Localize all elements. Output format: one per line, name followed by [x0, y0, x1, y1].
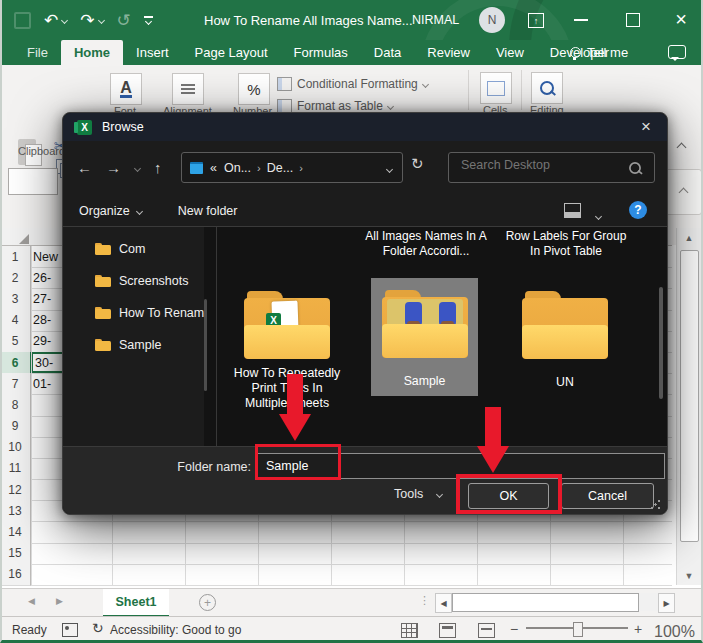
- row-header-16[interactable]: 16: [0, 564, 31, 586]
- refresh-icon[interactable]: ↻: [411, 155, 424, 173]
- vertical-scrollbar[interactable]: ▲ ▼: [676, 228, 701, 585]
- folder-label-scrolled[interactable]: Row Labels For Group In Pivot Table: [503, 229, 629, 258]
- sidebar-item-how-to-rename[interactable]: How To Rename: [63, 299, 204, 327]
- redo-icon[interactable]: ↷: [80, 12, 94, 29]
- row-header-12[interactable]: 12: [0, 479, 31, 501]
- row-header-11[interactable]: 11: [0, 458, 31, 480]
- scroll-down-icon[interactable]: ▼: [677, 566, 701, 585]
- search-input[interactable]: [459, 157, 623, 173]
- tell-me[interactable]: Tell me: [560, 40, 638, 65]
- tab-review[interactable]: Review: [414, 40, 483, 65]
- zoom-level[interactable]: 100%: [654, 623, 695, 641]
- sheet-nav-right-icon[interactable]: ▶: [56, 596, 63, 606]
- row-header-8[interactable]: 8: [0, 394, 31, 416]
- scrollbar-splitter[interactable]: ⋮: [419, 594, 430, 607]
- tab-file[interactable]: File: [14, 40, 61, 65]
- scroll-up-icon[interactable]: ▲: [677, 228, 701, 247]
- search-box[interactable]: [448, 152, 655, 183]
- avatar[interactable]: N: [479, 7, 505, 33]
- tools-button[interactable]: Tools: [394, 487, 442, 501]
- comments-icon[interactable]: [668, 45, 686, 59]
- percent-style-button[interactable]: %: [238, 73, 270, 105]
- redo-dropdown-icon[interactable]: [99, 16, 104, 25]
- resize-grip[interactable]: [651, 500, 660, 509]
- row-header-14[interactable]: 14: [0, 521, 31, 543]
- select-all-corner[interactable]: [19, 234, 29, 244]
- back-icon[interactable]: ←: [77, 159, 92, 176]
- forward-icon[interactable]: →: [106, 159, 121, 176]
- zoom-out-icon[interactable]: −: [510, 621, 518, 637]
- zoom-slider-thumb[interactable]: [573, 622, 583, 637]
- breadcrumb-guillemet[interactable]: «: [210, 161, 217, 175]
- page-break-view-icon[interactable]: [478, 623, 495, 638]
- address-dropdown-icon[interactable]: [387, 161, 392, 175]
- up-icon[interactable]: ↑: [154, 159, 162, 176]
- format-as-table-button[interactable]: Format as Table: [277, 99, 393, 113]
- organize-button[interactable]: Organize: [79, 204, 142, 218]
- breadcrumb-item[interactable]: De...: [267, 161, 293, 175]
- recent-locations-icon[interactable]: [135, 161, 140, 173]
- file-list-scrollbar[interactable]: [659, 287, 663, 399]
- horizontal-scrollbar-thumb[interactable]: [452, 593, 639, 612]
- sidebar-item-screenshots[interactable]: Screenshots: [63, 267, 204, 295]
- folder-tile-label[interactable]: Sample: [371, 374, 478, 389]
- cells-button[interactable]: [480, 72, 512, 104]
- dialog-close-icon[interactable]: ×: [633, 115, 659, 139]
- row-header-9[interactable]: 9: [0, 416, 31, 438]
- tab-page-layout[interactable]: Page Layout: [182, 40, 281, 65]
- address-bar[interactable]: « On... › De... ›: [181, 152, 403, 183]
- row-header-1[interactable]: 1: [0, 246, 31, 268]
- sidebar-scrollbar[interactable]: [204, 299, 207, 391]
- row-header-5[interactable]: 5: [0, 331, 31, 353]
- tab-formulas[interactable]: Formulas: [281, 40, 361, 65]
- editing-button[interactable]: [531, 72, 563, 104]
- cancel-button[interactable]: Cancel: [561, 483, 654, 509]
- folder-tile-label[interactable]: UN: [507, 375, 623, 390]
- macro-record-icon[interactable]: [62, 623, 78, 637]
- tab-data[interactable]: Data: [361, 40, 414, 65]
- tab-view[interactable]: View: [483, 40, 537, 65]
- expand-formula-bar-button[interactable]: [664, 169, 702, 215]
- normal-view-icon[interactable]: [401, 623, 418, 638]
- row-header-13[interactable]: 13: [0, 500, 31, 522]
- row-header-7[interactable]: 7: [0, 373, 31, 395]
- breadcrumb-item[interactable]: On...: [224, 161, 251, 175]
- new-folder-button[interactable]: New folder: [178, 204, 238, 218]
- horizontal-scrollbar[interactable]: ◀ ▶: [435, 593, 675, 611]
- undo-dropdown-icon[interactable]: [62, 16, 67, 25]
- view-mode-dropdown-icon[interactable]: [596, 208, 601, 222]
- refresh-icon[interactable]: ↺: [117, 12, 131, 29]
- font-color-button[interactable]: A: [110, 73, 142, 105]
- zoom-in-icon[interactable]: +: [634, 621, 642, 637]
- page-layout-view-icon[interactable]: [439, 623, 456, 638]
- help-icon[interactable]: ?: [629, 201, 647, 219]
- user-name[interactable]: NIRMAL: [412, 0, 459, 40]
- sheet-tab[interactable]: Sheet1: [103, 589, 169, 618]
- row-header-3[interactable]: 3: [0, 288, 31, 310]
- folder-label-scrolled[interactable]: All Images Names In A Folder Accordi...: [363, 229, 489, 258]
- scroll-left-icon[interactable]: ◀: [435, 593, 452, 613]
- view-mode-icon[interactable]: [564, 203, 581, 218]
- close-button[interactable]: ×: [668, 6, 694, 32]
- accessibility-status[interactable]: Accessibility: Good to go: [110, 623, 241, 637]
- row-header-4[interactable]: 4: [0, 310, 31, 332]
- maximize-button[interactable]: [626, 13, 640, 27]
- new-sheet-icon[interactable]: +: [199, 594, 216, 611]
- customize-qat-icon[interactable]: [144, 16, 153, 24]
- tab-insert[interactable]: Insert: [123, 40, 182, 65]
- sheet-nav-left-icon[interactable]: ◀: [28, 596, 35, 606]
- row-header-10[interactable]: 10: [0, 437, 31, 459]
- folder-tile-selected[interactable]: Sample: [371, 278, 478, 396]
- scroll-right-icon[interactable]: ▶: [658, 593, 675, 613]
- conditional-formatting-button[interactable]: Conditional Formatting: [277, 77, 428, 91]
- row-header-2[interactable]: 2: [0, 267, 31, 289]
- save-icon[interactable]: [14, 12, 31, 29]
- name-box[interactable]: [8, 168, 58, 195]
- alignment-button[interactable]: [172, 73, 204, 105]
- row-header-15[interactable]: 15: [0, 543, 31, 565]
- vertical-scrollbar-thumb[interactable]: [680, 250, 699, 542]
- tab-home[interactable]: Home: [61, 40, 123, 65]
- row-header-6[interactable]: 6: [0, 352, 32, 374]
- sidebar-item-com[interactable]: Com: [63, 235, 204, 263]
- ribbon-display-options-icon[interactable]: ↑: [528, 13, 544, 28]
